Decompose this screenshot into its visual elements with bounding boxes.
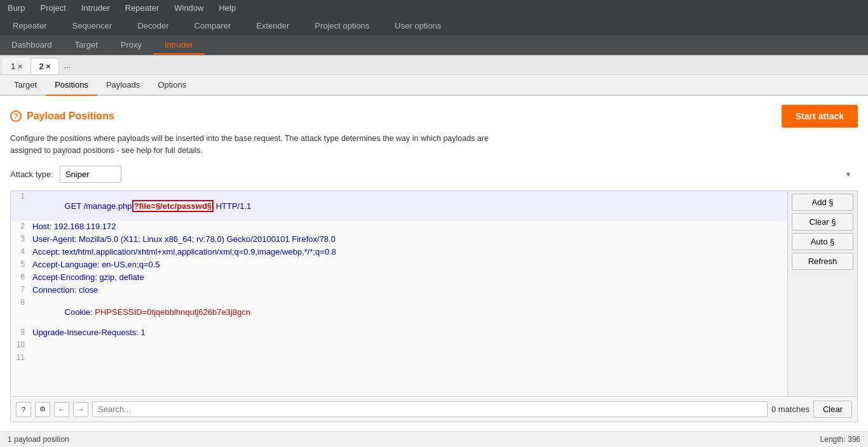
search-next-button[interactable]: → (73, 402, 88, 417)
line-5: 5 Accept-Language: en-US,en;q=0.5 (11, 259, 787, 272)
menu-bar: Burp Project Intruder Repeater Window He… (0, 0, 868, 16)
sub-tab-dashboard[interactable]: Dashboard (0, 36, 64, 55)
sub-tabs: Dashboard Target Proxy Intruder (0, 36, 868, 55)
attack-type-wrapper: Sniper Battering ram Pitchfork Cluster b… (60, 166, 858, 183)
tab-repeater[interactable]: Repeater (0, 16, 59, 36)
search-input[interactable] (92, 401, 768, 417)
intruder-tabs: Target Positions Payloads Options (0, 75, 868, 96)
intruder-tab-payloads[interactable]: Payloads (97, 75, 149, 96)
req-tab-more[interactable]: ... (59, 57, 76, 73)
line-9: 9 Upgrade-Insecure-Requests: 1 (11, 327, 787, 340)
section-header: ? Payload Positions Start attack (10, 105, 858, 128)
attack-type-select[interactable]: Sniper Battering ram Pitchfork Cluster b… (60, 166, 121, 183)
matches-count: 0 matches (771, 404, 810, 414)
line-10: 10 (11, 340, 787, 352)
line-2: 2 Host: 192.168.119.172 (11, 221, 787, 234)
menu-window[interactable]: Window (172, 2, 206, 14)
tab-project-options[interactable]: Project options (302, 16, 382, 36)
status-bar: 1 payload position Length: 396 (0, 431, 868, 447)
sub-tab-intruder[interactable]: Intruder (153, 36, 205, 55)
line-3: 3 User-Agent: Mozilla/5.0 (X11; Linux x8… (11, 234, 787, 246)
search-prev-button[interactable]: ← (54, 402, 69, 417)
editor-buttons: Add § Clear § Auto § Refresh (787, 191, 857, 397)
line-7: 7 Connection: close (11, 284, 787, 297)
payload-marker: ?file=§/etc/passwd§ (132, 200, 214, 212)
line-4: 4 Accept: text/html,application/xhtml+xm… (11, 246, 787, 259)
editor-area: 1 GET /manage.php?file=§/etc/passwd§ HTT… (10, 190, 858, 423)
attack-type-row: Attack type: Sniper Battering ram Pitchf… (10, 166, 858, 183)
add-section-button[interactable]: Add § (792, 194, 853, 211)
length-info: Length: 396 (820, 435, 860, 444)
description: Configure the positions where payloads w… (10, 133, 858, 157)
request-editor[interactable]: 1 GET /manage.php?file=§/etc/passwd§ HTT… (11, 191, 787, 397)
line-1: 1 GET /manage.php?file=§/etc/passwd§ HTT… (11, 191, 787, 221)
clear-section-button[interactable]: Clear § (792, 213, 853, 230)
payload-count: 1 payload position (8, 435, 69, 444)
req-tab-2[interactable]: 2 × (31, 58, 58, 74)
main-content: ? Payload Positions Start attack Configu… (0, 96, 868, 431)
sub-tab-target[interactable]: Target (64, 36, 109, 55)
search-settings-button[interactable]: ⚙ (35, 402, 50, 417)
search-help-button[interactable]: ? (16, 402, 31, 417)
main-tabs: Repeater Sequencer Decoder Comparer Exte… (0, 16, 868, 36)
intruder-tab-options[interactable]: Options (149, 75, 195, 96)
search-clear-button[interactable]: Clear (813, 401, 852, 418)
start-attack-button[interactable]: Start attack (782, 105, 858, 128)
menu-help[interactable]: Help (216, 2, 238, 14)
auto-section-button[interactable]: Auto § (792, 233, 853, 250)
sub-tab-proxy[interactable]: Proxy (109, 36, 153, 55)
line-6: 6 Accept-Encoding: gzip, deflate (11, 272, 787, 284)
tab-decoder[interactable]: Decoder (125, 16, 181, 36)
line-8: 8 Cookie: PHPSESSID=0tjqebblhnqutj626b7e… (11, 297, 787, 327)
attack-type-label: Attack type: (10, 170, 53, 179)
tab-extender[interactable]: Extender (243, 16, 302, 36)
app-container: Burp Project Intruder Repeater Window He… (0, 0, 868, 447)
search-bar: ? ⚙ ← → 0 matches Clear (11, 396, 857, 422)
tab-comparer[interactable]: Comparer (182, 16, 244, 36)
tab-sequencer[interactable]: Sequencer (59, 16, 125, 36)
help-button[interactable]: ? (10, 110, 22, 122)
intruder-tab-target[interactable]: Target (5, 75, 46, 96)
menu-burp[interactable]: Burp (5, 2, 27, 14)
req-tab-1[interactable]: 1 × (3, 58, 31, 74)
tab-user-options[interactable]: User options (382, 16, 454, 36)
menu-intruder[interactable]: Intruder (79, 2, 112, 14)
line-11: 11 (11, 352, 787, 365)
refresh-button[interactable]: Refresh (792, 253, 853, 270)
section-title: Payload Positions (27, 110, 114, 122)
intruder-tab-positions[interactable]: Positions (46, 75, 97, 96)
request-tabs: 1 × 2 × ... (0, 55, 868, 75)
menu-project[interactable]: Project (37, 2, 68, 14)
menu-repeater[interactable]: Repeater (123, 2, 161, 14)
